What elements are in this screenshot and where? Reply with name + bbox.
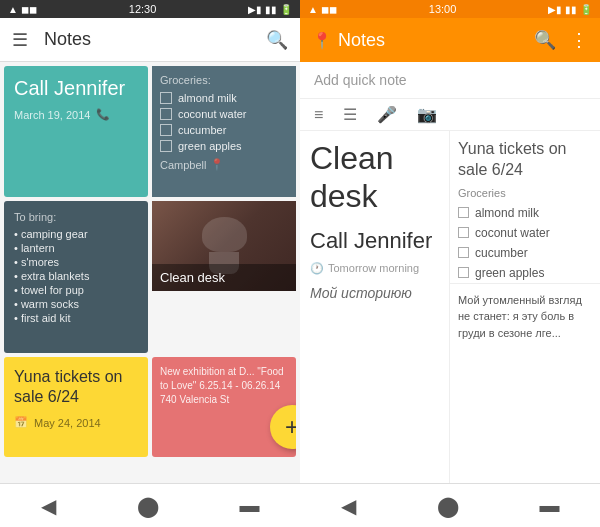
left-status-bar: ▲ ◼◼ 12:30 ▶▮ ▮▮ 🔋: [0, 0, 300, 18]
right-content-col: Yuna tickets on sale 6/24 Groceries almo…: [450, 131, 600, 483]
right-grocery-item-3: cucumber: [458, 243, 592, 263]
right-status-right-icons: ▶▮ ▮▮ 🔋: [548, 4, 592, 15]
grocery-item-2: coconut water: [160, 108, 288, 120]
note-exhibition[interactable]: New exhibition at D... "Food to Love" 6.…: [152, 357, 296, 457]
exhibition-text: New exhibition at D... "Food to Love" 6.…: [160, 365, 288, 407]
right-grocery-item-2: coconut water: [458, 223, 592, 243]
to-bring-list: camping gear lantern s'mores extra blank…: [14, 227, 138, 325]
format-mic-icon[interactable]: 🎤: [377, 105, 397, 124]
right-grocery-label-2: coconut water: [475, 226, 550, 240]
to-bring-subtitle: To bring:: [14, 211, 138, 223]
clean-desk-label: Clean desk: [152, 264, 296, 291]
list-item: warm socks: [14, 297, 138, 311]
right-app-title: Notes: [338, 30, 534, 51]
left-status-time: 12:30: [129, 3, 157, 15]
right-yuna-title[interactable]: Yuna tickets on sale 6/24: [450, 131, 600, 187]
checkbox-3[interactable]: [160, 124, 172, 136]
grocery-label-2: coconut water: [178, 108, 246, 120]
right-grocery-label-4: green apples: [475, 266, 544, 280]
right-toolbar: 📍 Notes 🔍 ⋮: [300, 18, 600, 62]
grocery-item-1: almond milk: [160, 92, 288, 104]
location-icon: 📍: [210, 158, 224, 171]
checkbox-2[interactable]: [160, 108, 172, 120]
recent-icon[interactable]: ▬: [240, 494, 260, 517]
note-groceries[interactable]: Groceries: almond milk coconut water cuc…: [152, 66, 296, 197]
right-status-time: 13:00: [429, 3, 457, 15]
format-bar: ≡ ☰ 🎤 📷: [300, 99, 600, 131]
left-content-col: Clean desk Call Jennifer 🕐 Tomorrow morn…: [300, 131, 450, 483]
right-notes-icon: 📍: [312, 31, 332, 50]
list-item: s'mores: [14, 255, 138, 269]
right-panel: ▲ ◼◼ 13:00 ▶▮ ▮▮ 🔋 📍 Notes 🔍 ⋮ Add quick…: [300, 0, 600, 527]
call-jennifer-title: Call Jennifer: [14, 76, 138, 100]
list-item: towel for pup: [14, 283, 138, 297]
right-checkbox-1[interactable]: [458, 207, 469, 218]
list-item: extra blankets: [14, 269, 138, 283]
note-clean-desk[interactable]: Clean desk: [152, 201, 296, 291]
quick-note-bar[interactable]: Add quick note: [300, 62, 600, 99]
list-item: lantern: [14, 241, 138, 255]
right-home-icon[interactable]: ⬤: [437, 494, 459, 518]
grocery-label-3: cucumber: [178, 124, 226, 136]
call-jennifer-date: March 19, 2014 📞: [14, 108, 138, 121]
right-recent-icon[interactable]: ▬: [540, 494, 560, 517]
left-status-icons: ▲ ◼◼: [8, 4, 37, 15]
yuna-title: Yuna tickets on sale 6/24: [14, 367, 138, 409]
right-status-icons: ▲ ◼◼: [308, 4, 337, 15]
grocery-label-1: almond milk: [178, 92, 237, 104]
home-icon[interactable]: ⬤: [137, 494, 159, 518]
note-yuna[interactable]: Yuna tickets on sale 6/24 📅 May 24, 2014: [4, 357, 148, 457]
checkbox-1[interactable]: [160, 92, 172, 104]
left-search-icon[interactable]: 🔍: [266, 29, 288, 51]
right-toolbar-icons: 🔍 ⋮: [534, 29, 588, 51]
phone-icon: 📞: [96, 108, 110, 121]
menu-icon[interactable]: ☰: [12, 29, 28, 51]
fab-button[interactable]: +: [270, 405, 296, 449]
yuna-date: 📅 May 24, 2014: [14, 416, 138, 429]
format-camera-icon[interactable]: 📷: [417, 105, 437, 124]
left-panel: ▲ ◼◼ 12:30 ▶▮ ▮▮ 🔋 ☰ Notes 🔍 Call Jennif…: [0, 0, 300, 527]
left-status-right-icons: ▶▮ ▮▮ 🔋: [248, 4, 292, 15]
list-item: first aid kit: [14, 311, 138, 325]
note-call-jennifer[interactable]: Call Jennifer March 19, 2014 📞: [4, 66, 148, 197]
main-clean-desk-title[interactable]: Clean desk: [310, 139, 439, 216]
calendar-icon: 📅: [14, 416, 28, 429]
right-back-icon[interactable]: ◀: [341, 494, 356, 518]
left-toolbar: ☰ Notes 🔍: [0, 18, 300, 62]
quick-note-placeholder: Add quick note: [314, 72, 407, 88]
grocery-label-4: green apples: [178, 140, 242, 152]
format-text-icon[interactable]: ≡: [314, 106, 323, 124]
right-search-icon[interactable]: 🔍: [534, 29, 556, 51]
right-checkbox-3[interactable]: [458, 247, 469, 258]
right-check-list: almond milk coconut water cucumber green…: [450, 203, 600, 283]
main-note-date: 🕐 Tomorrow morning: [310, 262, 439, 275]
right-grocery-label-3: cucumber: [475, 246, 528, 260]
right-more-icon[interactable]: ⋮: [570, 29, 588, 51]
main-note-body: Мой историюю: [310, 285, 439, 301]
clock-icon: 🕐: [310, 262, 324, 275]
grocery-item-4: green apples: [160, 140, 288, 152]
right-grocery-item-1: almond milk: [458, 203, 592, 223]
main-call-jennifer-title[interactable]: Call Jennifer: [310, 228, 439, 254]
groceries-location: Campbell 📍: [160, 158, 288, 171]
note-to-bring[interactable]: To bring: camping gear lantern s'mores e…: [4, 201, 148, 353]
groceries-subtitle: Groceries:: [160, 74, 288, 86]
format-list-icon[interactable]: ☰: [343, 105, 357, 124]
left-nav-bar: ◀ ⬤ ▬: [0, 483, 300, 527]
right-nav-bar: ◀ ⬤ ▬: [300, 483, 600, 527]
right-groceries-label: Groceries: [450, 187, 600, 203]
list-item: camping gear: [14, 227, 138, 241]
left-app-title: Notes: [44, 29, 266, 50]
checkbox-4[interactable]: [160, 140, 172, 152]
right-status-bar: ▲ ◼◼ 13:00 ▶▮ ▮▮ 🔋: [300, 0, 600, 18]
right-grocery-item-4: green apples: [458, 263, 592, 283]
right-checkbox-2[interactable]: [458, 227, 469, 238]
back-icon[interactable]: ◀: [41, 494, 56, 518]
right-russian-text: Мой утомленный взгляд не станет: я эту б…: [450, 283, 600, 350]
left-notes-grid: Call Jennifer March 19, 2014 📞 Groceries…: [0, 62, 300, 483]
right-checkbox-4[interactable]: [458, 267, 469, 278]
right-grocery-label-1: almond milk: [475, 206, 539, 220]
grocery-item-3: cucumber: [160, 124, 288, 136]
right-main-content: Clean desk Call Jennifer 🕐 Tomorrow morn…: [300, 131, 600, 483]
